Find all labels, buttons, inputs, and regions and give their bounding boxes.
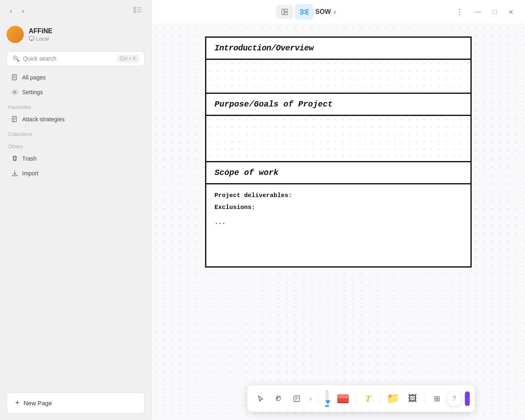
note-tool-button[interactable] bbox=[288, 390, 305, 407]
toolbar-separator-4 bbox=[425, 394, 425, 404]
scope-line-2: Exclusions: bbox=[215, 202, 462, 214]
trash-label: Trash bbox=[22, 155, 37, 162]
scope-header: Scope of work bbox=[206, 162, 470, 184]
search-icon: 🔍 bbox=[13, 55, 20, 62]
media-tool-button[interactable]: 🖼 bbox=[404, 390, 422, 407]
new-page-label: New Page bbox=[24, 400, 52, 406]
nav-arrows: ‹ › bbox=[7, 6, 27, 16]
select-tool-button[interactable] bbox=[252, 390, 269, 407]
search-shortcut: Ctrl + K bbox=[117, 55, 139, 62]
svg-rect-3 bbox=[137, 11, 142, 12]
all-pages-label: All pages bbox=[22, 74, 46, 81]
scope-line-1: Project deliverables: bbox=[215, 190, 462, 202]
svg-rect-19 bbox=[285, 12, 288, 15]
sidebar-item-settings[interactable]: Settings bbox=[3, 85, 148, 99]
svg-rect-4 bbox=[29, 36, 34, 40]
others-section-label: Others bbox=[0, 139, 151, 151]
accent-indicator bbox=[463, 391, 470, 406]
maximize-button[interactable]: □ bbox=[489, 7, 500, 17]
workspace-area[interactable]: AFFiNE Local bbox=[0, 22, 151, 47]
svg-rect-1 bbox=[137, 7, 142, 8]
text-tool-button[interactable]: T bbox=[359, 390, 377, 407]
svg-rect-5 bbox=[30, 40, 33, 41]
intro-box: Introduction/Overview bbox=[205, 36, 472, 94]
svg-point-21 bbox=[300, 9, 302, 11]
doc-view-button[interactable] bbox=[276, 5, 293, 19]
document-icon bbox=[11, 116, 18, 123]
sidebar-item-trash[interactable]: Trash bbox=[3, 152, 148, 166]
intro-header: Introduction/Overview bbox=[206, 38, 470, 60]
settings-icon bbox=[11, 89, 18, 95]
more-options-button[interactable]: ⋮ bbox=[452, 6, 466, 18]
minimize-button[interactable]: — bbox=[471, 7, 484, 17]
title-chevron-icon[interactable]: ∨ bbox=[333, 9, 337, 15]
collections-section-label: Collections bbox=[0, 127, 151, 139]
workspace-avatar bbox=[7, 26, 24, 43]
purpose-box: Purpose/Goals of Project bbox=[205, 93, 472, 162]
sidebar-toggle-button[interactable] bbox=[130, 5, 145, 17]
purpose-header: Purpose/Goals of Project bbox=[206, 94, 470, 116]
workspace-info: AFFiNE Local bbox=[29, 27, 52, 42]
bottom-toolbar: ∧ T 📁 🖼 ⊞ ? bbox=[247, 385, 475, 412]
new-page-button[interactable]: + New Page bbox=[7, 393, 145, 413]
svg-rect-18 bbox=[285, 9, 288, 11]
svg-point-22 bbox=[306, 9, 308, 11]
edgeless-view-button[interactable] bbox=[295, 4, 314, 20]
workspace-type: Local bbox=[29, 36, 52, 42]
favourites-section-label: Favourites bbox=[0, 100, 151, 112]
intro-title: Introduction/Overview bbox=[215, 43, 314, 53]
svg-rect-0 bbox=[133, 7, 136, 13]
sticker-tool-button[interactable]: 📁 bbox=[384, 390, 402, 407]
canvas-area: Introduction/Overview Purpose/Goals of P… bbox=[152, 24, 525, 420]
sidebar: ‹ › AFFiNE Local bbox=[0, 0, 152, 420]
eraser-tool-button[interactable] bbox=[334, 392, 352, 406]
nav-forward-button[interactable]: › bbox=[18, 6, 27, 16]
sidebar-item-attack-strategies[interactable]: Attack strategies bbox=[3, 112, 148, 126]
scope-line-3: ... bbox=[215, 217, 462, 229]
scope-box: Scope of work Project deliverables: Excl… bbox=[205, 161, 472, 268]
purpose-body bbox=[206, 116, 470, 161]
title-bar: SOW ∨ ⋮ — □ ✕ bbox=[152, 0, 525, 24]
search-label: Quick search bbox=[23, 55, 114, 62]
trash-icon bbox=[11, 155, 18, 162]
intro-body bbox=[206, 60, 470, 93]
nav-back-button[interactable]: ‹ bbox=[7, 6, 15, 16]
svg-point-20 bbox=[303, 10, 306, 14]
main-content: SOW ∨ ⋮ — □ ✕ Introduction/Overview Purp… bbox=[152, 0, 525, 420]
svg-point-12 bbox=[14, 91, 16, 93]
import-label: Import bbox=[22, 170, 39, 177]
help-button[interactable]: ? bbox=[447, 391, 461, 406]
pages-icon bbox=[11, 74, 18, 81]
scope-body: Project deliverables: Exclusions: ... bbox=[206, 184, 470, 266]
svg-rect-2 bbox=[137, 9, 142, 10]
toolbar-separator-2 bbox=[355, 394, 356, 404]
expand-note-button[interactable]: ∧ bbox=[306, 390, 315, 407]
quick-search-bar[interactable]: 🔍 Quick search Ctrl + K bbox=[7, 51, 145, 66]
plus-icon: + bbox=[15, 399, 20, 407]
toolbar-separator-3 bbox=[380, 394, 381, 404]
title-bar-right: ⋮ — □ ✕ bbox=[452, 6, 517, 18]
sidebar-item-import[interactable]: Import bbox=[3, 166, 148, 180]
sidebar-item-all-pages[interactable]: All pages bbox=[3, 70, 148, 84]
title-bar-center: SOW ∨ bbox=[276, 4, 337, 20]
svg-point-24 bbox=[306, 13, 308, 15]
settings-label: Settings bbox=[22, 89, 43, 95]
close-button[interactable]: ✕ bbox=[505, 7, 517, 18]
toolbar-separator-1 bbox=[318, 394, 318, 404]
workspace-name: AFFiNE bbox=[29, 27, 52, 35]
attack-strategies-label: Attack strategies bbox=[22, 116, 65, 123]
sidebar-top-nav: ‹ › bbox=[0, 0, 151, 22]
monitor-icon bbox=[29, 36, 34, 41]
canvas-content: Introduction/Overview Purpose/Goals of P… bbox=[205, 36, 472, 268]
hand-tool-button[interactable] bbox=[270, 390, 287, 407]
import-icon bbox=[11, 170, 18, 177]
svg-point-23 bbox=[300, 13, 302, 15]
more-tools-button[interactable]: ⊞ bbox=[429, 390, 445, 407]
svg-rect-17 bbox=[282, 9, 284, 15]
pen-tool-button[interactable] bbox=[322, 388, 332, 409]
doc-title: SOW bbox=[315, 8, 331, 16]
